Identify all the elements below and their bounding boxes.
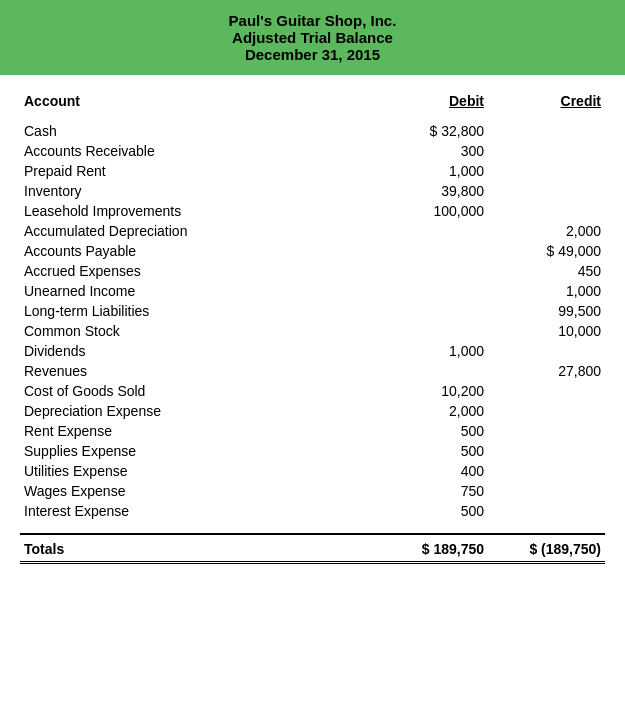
credit-value: 450 [488,261,605,281]
credit-value: 10,000 [488,321,605,341]
credit-value [488,461,605,481]
debit-value [342,361,488,381]
totals-row: Totals $ 189,750 $ (189,750) [20,534,605,563]
account-name: Unearned Income [20,281,342,301]
credit-value [488,341,605,361]
table-row: Inventory39,800 [20,181,605,201]
debit-value: 300 [342,141,488,161]
account-name: Utilities Expense [20,461,342,481]
account-name: Accrued Expenses [20,261,342,281]
debit-value [342,261,488,281]
column-headers: Account Debit Credit [20,85,605,113]
debit-value: 500 [342,501,488,521]
table-row: Depreciation Expense2,000 [20,401,605,421]
debit-value: 10,200 [342,381,488,401]
debit-value: 1,000 [342,341,488,361]
account-name: Wages Expense [20,481,342,501]
table-row: Cash$ 32,800 [20,121,605,141]
totals-debit: $ 189,750 [342,534,488,563]
table-row: Long-term Liabilities99,500 [20,301,605,321]
debit-value: 500 [342,421,488,441]
table-row: Wages Expense750 [20,481,605,501]
debit-value: 400 [342,461,488,481]
account-name: Long-term Liabilities [20,301,342,321]
table-row: Interest Expense500 [20,501,605,521]
table-row: Accounts Receivable300 [20,141,605,161]
debit-value: $ 32,800 [342,121,488,141]
credit-value: $ 49,000 [488,241,605,261]
title-report: Adjusted Trial Balance [20,29,605,46]
table-row: Cost of Goods Sold10,200 [20,381,605,401]
header-credit: Credit [488,85,605,113]
account-name: Cash [20,121,342,141]
account-name: Prepaid Rent [20,161,342,181]
account-name: Cost of Goods Sold [20,381,342,401]
account-name: Accounts Payable [20,241,342,261]
totals-label: Totals [20,534,342,563]
debit-value [342,241,488,261]
account-name: Common Stock [20,321,342,341]
credit-value [488,441,605,461]
debit-value [342,301,488,321]
table-row: Accumulated Depreciation2,000 [20,221,605,241]
credit-value [488,161,605,181]
header-bar: Paul's Guitar Shop, Inc. Adjusted Trial … [0,0,625,75]
table-row: Supplies Expense500 [20,441,605,461]
debit-value [342,321,488,341]
table-row: Rent Expense500 [20,421,605,441]
trial-balance-table: Account Debit Credit Cash$ 32,800Account… [20,85,605,564]
table-row: Unearned Income1,000 [20,281,605,301]
credit-value: 2,000 [488,221,605,241]
table-row: Dividends1,000 [20,341,605,361]
debit-value: 39,800 [342,181,488,201]
credit-value: 1,000 [488,281,605,301]
table-row: Leasehold Improvements100,000 [20,201,605,221]
table-row: Prepaid Rent1,000 [20,161,605,181]
debit-value: 2,000 [342,401,488,421]
account-name: Rent Expense [20,421,342,441]
account-name: Supplies Expense [20,441,342,461]
table-container: Account Debit Credit Cash$ 32,800Account… [0,75,625,584]
totals-credit: $ (189,750) [488,534,605,563]
credit-value: 99,500 [488,301,605,321]
table-row: Utilities Expense400 [20,461,605,481]
debit-value [342,221,488,241]
header-account: Account [20,85,342,113]
credit-value [488,381,605,401]
account-name: Interest Expense [20,501,342,521]
debit-value: 750 [342,481,488,501]
credit-value [488,481,605,501]
account-name: Inventory [20,181,342,201]
credit-value: 27,800 [488,361,605,381]
credit-value [488,141,605,161]
table-row: Revenues27,800 [20,361,605,381]
account-name: Revenues [20,361,342,381]
credit-value [488,401,605,421]
credit-value [488,121,605,141]
account-name: Accumulated Depreciation [20,221,342,241]
table-row: Accounts Payable$ 49,000 [20,241,605,261]
table-row: Accrued Expenses450 [20,261,605,281]
debit-value [342,281,488,301]
credit-value [488,421,605,441]
title-date: December 31, 2015 [20,46,605,63]
account-name: Leasehold Improvements [20,201,342,221]
account-name: Dividends [20,341,342,361]
title-company: Paul's Guitar Shop, Inc. [20,12,605,29]
credit-value [488,181,605,201]
table-row: Common Stock10,000 [20,321,605,341]
debit-value: 100,000 [342,201,488,221]
debit-value: 1,000 [342,161,488,181]
debit-value: 500 [342,441,488,461]
header-debit: Debit [342,85,488,113]
account-name: Depreciation Expense [20,401,342,421]
account-name: Accounts Receivable [20,141,342,161]
credit-value [488,501,605,521]
credit-value [488,201,605,221]
